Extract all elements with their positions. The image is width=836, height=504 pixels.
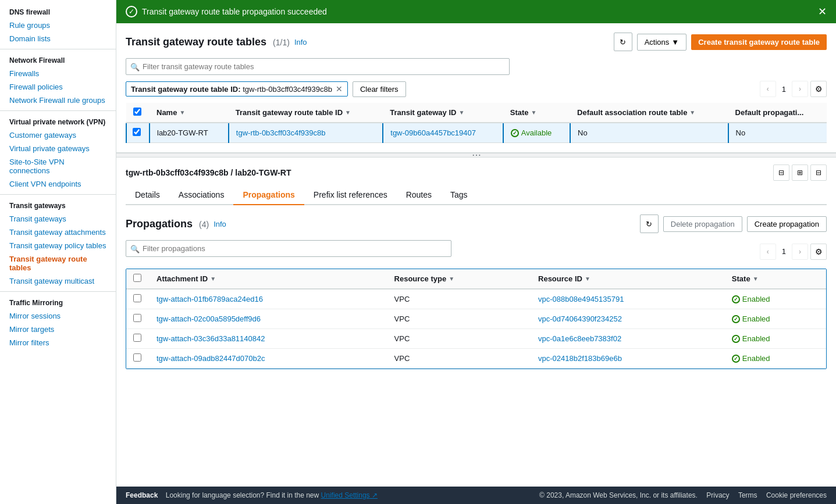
propagations-prev-button[interactable]: ‹ [760,244,776,260]
propagations-settings-button[interactable]: ⚙ [810,244,827,260]
sidebar-item-tgw-multicast[interactable]: Transit gateway multicast [0,274,116,288]
detail-header: tgw-rtb-0b3cff03c4f939c8b / lab20-TGW-RT… [116,158,836,181]
detail-section: tgw-rtb-0b3cff03c4f939c8b / lab20-TGW-RT… [116,158,836,487]
resource-id-link[interactable]: vpc-0d74064390f234252 [538,314,622,323]
detail-view-btn-2[interactable]: ⊞ [792,165,808,181]
cell-name: lab20-TGW-RT [150,123,229,143]
resource-id-link[interactable]: vpc-088b08e4945135791 [538,295,624,303]
refresh-button[interactable]: ↻ [614,33,632,51]
sidebar-item-tgw-route-tables[interactable]: Transit gateway route tables [0,252,116,274]
attachment-id-link[interactable]: tgw-attach-03c36d33a81140842 [156,334,265,343]
prop-state-icon [732,295,740,303]
resource-type-sort-icon[interactable]: ▼ [449,276,454,282]
resource-id-sort-icon[interactable]: ▼ [585,276,590,282]
attachment-id-link[interactable]: tgw-attach-09adb82447d070b2c [156,354,265,363]
create-route-table-button[interactable]: Create transit gateway route table [691,34,827,50]
footer-privacy[interactable]: Privacy [706,491,729,499]
main-content: ✓ Transit gateway route table propagatio… [116,0,836,504]
propagations-info-link[interactable]: Info [214,220,226,228]
footer: Feedback Looking for language selection?… [116,487,836,504]
default-assoc-sort-icon[interactable]: ▼ [689,109,695,116]
name-sort-icon[interactable]: ▼ [179,109,185,116]
column-settings-button[interactable]: ⚙ [810,81,827,97]
select-all-checkbox[interactable] [133,108,141,116]
tab-tags[interactable]: Tags [441,185,477,205]
prop-state-sort-icon[interactable]: ▼ [753,276,759,282]
pagination-prev-button[interactable]: ‹ [760,81,776,97]
gateway-id-link[interactable]: tgw-09b60a4457bc19407 [390,128,476,137]
sidebar-item-transit-gateways[interactable]: Transit gateways [0,212,116,226]
detail-view-btn-1[interactable]: ⊟ [773,165,789,181]
sidebar-item-nfw-rule-groups[interactable]: Network Firewall rule groups [0,94,116,107]
sidebar-item-firewall-policies[interactable]: Firewall policies [0,80,116,94]
sidebar-item-domain-lists[interactable]: Domain lists [0,32,116,45]
prop-row-checkbox[interactable] [133,334,141,342]
propagations-table: Attachment ID▼ Resource type▼ Resource I… [126,269,826,369]
propagations-header: Propagations (4) Info ↻ Delete propagati… [126,215,827,233]
detail-view-btn-3[interactable]: ⊟ [810,165,827,181]
tab-associations[interactable]: Associations [169,185,234,205]
unified-settings-link[interactable]: Unified Settings ↗ [321,491,378,499]
col-resource-id: Resource ID▼ [531,269,725,289]
pagination-next-button[interactable]: › [792,81,808,97]
sidebar-item-mirror-targets[interactable]: Mirror targets [0,323,116,336]
propagation-row[interactable]: tgw-attach-09adb82447d070b2c VPC vpc-024… [126,349,826,369]
sidebar-item-client-vpn[interactable]: Client VPN endpoints [0,177,116,191]
propagation-row[interactable]: tgw-attach-01fb6789aca24ed16 VPC vpc-088… [126,289,826,309]
cell-resource-type: VPC [387,329,531,349]
propagations-select-all-checkbox[interactable] [133,274,141,282]
tab-prefix-list-references[interactable]: Prefix list references [304,185,397,205]
state-sort-icon[interactable]: ▼ [531,109,537,116]
sidebar-item-site-to-site[interactable]: Site-to-Site VPN connections [0,155,116,177]
route-table-id-sort-icon[interactable]: ▼ [345,109,351,116]
banner-close-button[interactable]: ✕ [818,5,827,18]
attachment-id-link[interactable]: tgw-attach-01fb6789aca24ed16 [156,295,263,303]
footer-cookie[interactable]: Cookie preferences [766,491,827,499]
sidebar-section-network-firewall: Network Firewall [0,53,116,67]
propagations-section: Propagations (4) Info ↻ Delete propagati… [116,205,836,378]
propagations-filter-input[interactable] [126,240,451,257]
clear-filters-button[interactable]: Clear filters [353,81,406,97]
resource-id-link[interactable]: vpc-0a1e6c8eeb7383f02 [538,334,621,343]
sidebar-item-tgw-attachments[interactable]: Transit gateway attachments [0,226,116,239]
row-checkbox[interactable] [133,128,141,136]
propagation-row[interactable]: tgw-attach-02c00a5895deff9d6 VPC vpc-0d7… [126,309,826,329]
sidebar-item-tgw-policy-tables[interactable]: Transit gateway policy tables [0,239,116,252]
create-propagation-button[interactable]: Create propagation [747,216,827,232]
prop-row-checkbox[interactable] [133,294,141,302]
prop-row-checkbox[interactable] [133,353,141,362]
filter-tag-close-button[interactable]: ✕ [336,84,343,94]
col-attachment-id: Attachment ID▼ [150,269,387,289]
delete-propagation-button[interactable]: Delete propagation [663,216,742,232]
tab-propagations[interactable]: Propagations [233,185,304,205]
table-info-link[interactable]: Info [294,38,307,47]
tab-routes[interactable]: Routes [397,185,441,205]
sidebar-item-mirror-filters[interactable]: Mirror filters [0,336,116,349]
actions-button[interactable]: Actions ▼ [637,34,687,51]
footer-terms[interactable]: Terms [738,491,757,499]
prop-state-icon [732,355,740,363]
propagation-row[interactable]: tgw-attach-03c36d33a81140842 VPC vpc-0a1… [126,329,826,349]
sidebar-item-mirror-sessions[interactable]: Mirror sessions [0,309,116,323]
sidebar-item-firewalls[interactable]: Firewalls [0,67,116,80]
propagations-refresh-button[interactable]: ↻ [640,215,659,233]
sidebar-item-customer-gateways[interactable]: Customer gateways [0,128,116,142]
propagations-title: Propagations (4) [126,218,209,230]
sidebar-item-vpn-gateways[interactable]: Virtual private gateways [0,142,116,155]
attachment-id-link[interactable]: tgw-attach-02c00a5895deff9d6 [156,314,261,323]
gateway-id-sort-icon[interactable]: ▼ [458,109,464,116]
pagination-page: 1 [778,85,789,94]
col-state: State▼ [503,103,570,123]
tab-details[interactable]: Details [126,185,169,205]
propagations-next-button[interactable]: › [792,244,808,260]
resize-handle[interactable]: ⋯ [116,153,836,158]
feedback-link[interactable]: Feedback [126,491,158,499]
sidebar-item-rule-groups[interactable]: Rule groups [0,19,116,32]
table-row[interactable]: lab20-TGW-RT tgw-rtb-0b3cff03c4f939c8b t… [126,123,827,143]
resource-id-link[interactable]: vpc-02418b2f183b69e6b [538,354,622,363]
filter-input[interactable] [126,58,510,75]
prop-row-checkbox[interactable] [133,314,141,322]
route-table-id-link[interactable]: tgw-rtb-0b3cff03c4f939c8b [236,128,326,137]
attachment-id-sort-icon[interactable]: ▼ [210,276,216,282]
actions-chevron-icon: ▼ [671,38,679,47]
